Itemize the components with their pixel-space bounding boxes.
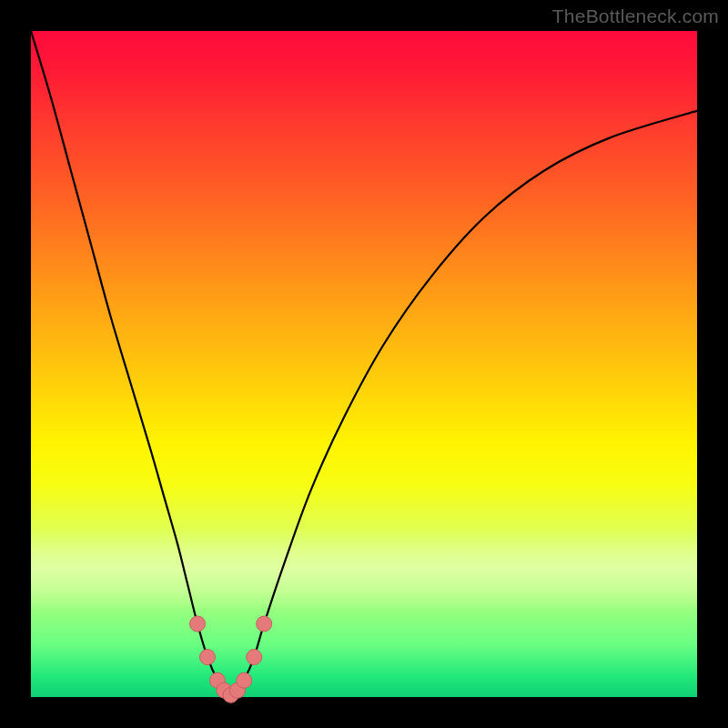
data-marker	[257, 616, 272, 632]
data-marker	[199, 650, 215, 665]
bottleneck-curve	[31, 31, 697, 695]
data-marker	[247, 650, 262, 665]
chart-frame: TheBottleneck.com	[0, 0, 728, 728]
data-marker	[190, 616, 206, 632]
watermark-text: TheBottleneck.com	[552, 5, 719, 27]
data-marker	[237, 672, 252, 688]
curve-markers	[190, 616, 272, 703]
curve-layer	[31, 31, 697, 697]
